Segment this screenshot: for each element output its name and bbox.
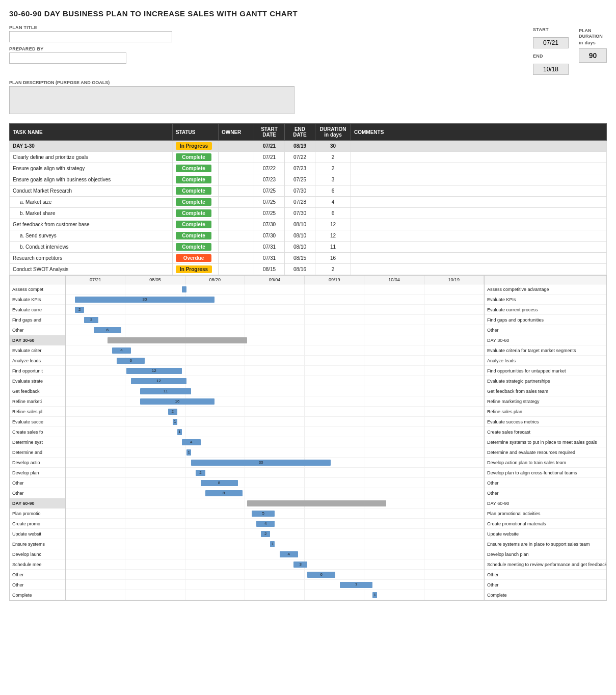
gantt-bar: 12 (126, 368, 182, 374)
comments-cell (351, 163, 607, 174)
chart-row-label: Determine and (10, 447, 66, 458)
owner-cell (219, 185, 254, 197)
task-name-cell: DAY 1-30 (10, 141, 173, 152)
gantt-bar: 5 (252, 511, 275, 517)
table-row: Clearly define and prioritize goals Comp… (10, 152, 607, 163)
chart-row-label: Other (10, 488, 66, 498)
chart-row: DAY 30-60DAY 30-60 (10, 335, 606, 345)
start-date-cell: 07/30 (254, 219, 285, 230)
end-date-input[interactable] (533, 64, 569, 75)
comments-cell (351, 185, 607, 197)
chart-row: Get feedback11Get feedback from sales te… (10, 386, 606, 396)
owner-cell (219, 152, 254, 163)
start-date-cell: 07/30 (254, 230, 285, 242)
end-date-cell: 08/10 (285, 242, 315, 253)
gantt-bar: 7 (340, 582, 372, 588)
chart-row-label: Evaluate strate (10, 376, 66, 386)
start-date-cell: 07/25 (254, 197, 285, 208)
description-label: PLAN DESCRIPTION (PURPOSE AND GOALS) (9, 80, 607, 85)
task-name-cell: b. Market share (10, 208, 173, 219)
end-date-cell: 07/30 (285, 185, 315, 197)
chart-row-label: Evaluate criter (10, 345, 66, 356)
chart-date-label: 08/20 (185, 276, 245, 284)
status-cell: Complete (173, 152, 219, 163)
chart-row-label: Create promo (10, 519, 66, 529)
gantt-table: TASK NAME STATUS OWNER START DATE END DA… (9, 123, 607, 275)
end-label: END (533, 54, 548, 59)
th-startdate: START DATE (254, 124, 285, 141)
gantt-bar: 2 (75, 307, 84, 313)
start-date-cell: 07/31 (254, 242, 285, 253)
table-row: b. Market share Complete 07/25 07/30 6 (10, 208, 607, 219)
owner-cell (219, 163, 254, 174)
chart-row-label: Find gaps and (10, 315, 66, 325)
owner-cell (219, 174, 254, 185)
gantt-bar: 2 (196, 470, 205, 476)
chart-row: Ensure systems1Ensure systems are in pla… (10, 539, 606, 549)
gantt-bar: 2 (168, 409, 177, 415)
chart-row-name: Create promotional materials (484, 519, 606, 529)
owner-cell (219, 253, 254, 264)
th-taskname: TASK NAME (10, 124, 173, 141)
start-date-cell: 07/25 (254, 185, 285, 197)
chart-date-label: 07/21 (66, 276, 125, 284)
chart-row-label: Evaluate curre (10, 305, 66, 315)
chart-row-label: Complete (10, 590, 66, 600)
chart-row-name: Evaluate success metrics (484, 417, 606, 427)
chart-row: Evaluate curre2Evaluate current process (10, 305, 606, 315)
chart-row-name: Develop action plan to train sales team (484, 458, 606, 468)
th-duration: DURATION in days (315, 124, 351, 141)
plan-title-input[interactable] (9, 31, 172, 42)
chart-row-label: Analyze leads (10, 356, 66, 366)
gantt-bar: 1 (177, 429, 182, 435)
chart-date-label: 10/04 (364, 276, 424, 284)
duration-value: 90 (579, 48, 607, 63)
chart-row: Find gaps and3Find gaps and opportunitie… (10, 315, 606, 325)
chart-row-label: DAY 60-90 (10, 498, 66, 509)
chart-row-name: Other (484, 478, 606, 488)
table-row: a. Send surveys Complete 07/30 08/10 12 (10, 230, 607, 242)
chart-row: Other7Other (10, 580, 606, 590)
start-date-input[interactable] (533, 37, 569, 48)
chart-row: Create sales fo1Create sales forecast (10, 427, 606, 437)
chart-row-name: Other (484, 570, 606, 580)
chart-row: DAY 60-90DAY 60-90 (10, 498, 606, 509)
th-enddate: END DATE (285, 124, 315, 141)
table-row: Ensure goals align with strategy Complet… (10, 163, 607, 174)
chart-row-label: Find opportunit (10, 366, 66, 376)
chart-row-label: Schedule mee (10, 559, 66, 570)
chart-row-label: Other (10, 325, 66, 335)
status-cell: In Progress (173, 141, 219, 152)
chart-row: Develop plan2Develop plan to align cross… (10, 468, 606, 478)
gantt-bar: 1 (270, 541, 275, 547)
gantt-bar: 12 (131, 378, 186, 384)
owner-cell (219, 208, 254, 219)
duration-cell: 12 (315, 219, 351, 230)
chart-row: Find opportunit12Find opportunities for … (10, 366, 606, 376)
gantt-bar: 4 (280, 551, 298, 557)
chart-date-label: 08/05 (125, 276, 185, 284)
chart-row-name: Create sales forecast (484, 427, 606, 437)
prepared-by-label: PREPARED BY (9, 46, 507, 51)
task-name-cell: a. Market size (10, 197, 173, 208)
end-date-cell: 07/25 (285, 174, 315, 185)
chart-row: Develop actio30Develop action plan to tr… (10, 458, 606, 468)
chart-row-label: Refine sales pl (10, 407, 66, 417)
prepared-by-input[interactable] (9, 52, 126, 64)
chart-row-label: Develop launc (10, 549, 66, 559)
chart-row-name: Find gaps and opportunities (484, 315, 606, 325)
description-input[interactable] (9, 86, 294, 114)
end-date-cell: 08/10 (285, 219, 315, 230)
table-row: Ensure goals align with business objecti… (10, 174, 607, 185)
duration-cell: 2 (315, 152, 351, 163)
gantt-bar: 11 (140, 388, 191, 394)
chart-row: Evaluate succe1Evaluate success metrics (10, 417, 606, 427)
duration-cell: 6 (315, 208, 351, 219)
comments-cell (351, 208, 607, 219)
chart-row-name: Evaluate current process (484, 305, 606, 315)
chart-row: Plan promotio5Plan promotional activitie… (10, 509, 606, 519)
gantt-bar: 1 (186, 449, 191, 456)
comments-cell (351, 253, 607, 264)
start-date-cell: 07/21 (254, 141, 285, 152)
table-row: a. Market size Complete 07/25 07/28 4 (10, 197, 607, 208)
